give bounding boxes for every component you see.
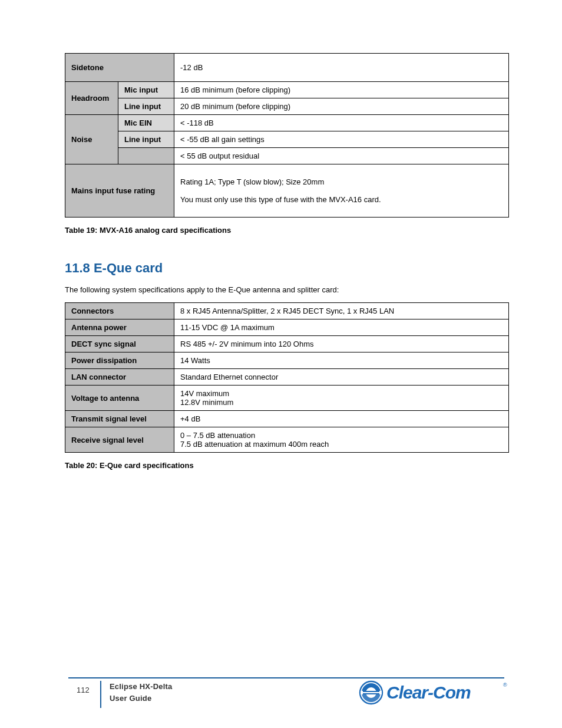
cell-noise-residual-value: < 55 dB output residual [174, 148, 509, 164]
cell-lan-connector-value: Standard Ethernet connector [174, 369, 509, 386]
cell-noise-blank [118, 148, 174, 164]
page-footer: 112 Eclipse HX-Delta User Guide Clear-Co… [0, 677, 562, 711]
caption-table-mvx: Table 19: MVX-A16 analog card specificat… [65, 226, 509, 235]
cell-headroom-line-label: Line input [118, 98, 174, 115]
cell-noise-mic-label: Mic EIN [118, 115, 174, 131]
footer-doc-title: Eclipse HX-Delta [110, 682, 173, 691]
table-mvx-specs: Sidetone -12 dB Headroom Mic input 16 dB… [65, 53, 509, 218]
cell-transmit-level-label: Transmit signal level [65, 411, 174, 427]
cell-headroom-label: Headroom [65, 82, 118, 115]
clear-com-logo: Clear-Com ® [357, 678, 510, 707]
cell-connectors-value: 8 x RJ45 Antenna/Splitter, 2 x RJ45 DECT… [174, 303, 509, 319]
cell-connectors-label: Connectors [65, 303, 174, 319]
cell-fuse-value: Rating 1A; Type T (slow blow); Size 20mm… [174, 164, 509, 218]
section-intro-eque: The following system specifications appl… [65, 285, 509, 294]
footer-rule-vertical [100, 681, 101, 708]
cell-dect-sync-label: DECT sync signal [65, 336, 174, 353]
page-root: Sidetone -12 dB Headroom Mic input 16 dB… [0, 0, 562, 728]
clear-com-logo-svg: Clear-Com ® [357, 678, 510, 707]
cell-noise-line-label: Line input [118, 131, 174, 148]
cell-headroom-mic-value: 16 dB minimum (before clipping) [174, 82, 509, 98]
cell-dect-sync-value: RS 485 +/- 2V minimum into 120 Ohms [174, 336, 509, 353]
cell-headroom-mic-label: Mic input [118, 82, 174, 98]
cell-sidetone-label: Sidetone [65, 54, 174, 82]
cell-power-dissipation-label: Power dissipation [65, 353, 174, 369]
cell-headroom-line-value: 20 dB minimum (before clipping) [174, 98, 509, 115]
cell-power-dissipation-value: 14 Watts [174, 353, 509, 369]
cell-voltage-antenna-value: 14V maximum 12.8V minimum [174, 386, 509, 411]
cell-noise-label: Noise [65, 115, 118, 164]
logo-text: Clear-Com [386, 683, 471, 702]
cell-transmit-level-value: +4 dB [174, 411, 509, 427]
cell-receive-level-value: 0 – 7.5 dB attenuation 7.5 dB attenuatio… [174, 427, 509, 453]
cell-antenna-power-value: 11-15 VDC @ 1A maximum [174, 319, 509, 336]
cell-receive-level-label: Receive signal level [65, 427, 174, 453]
section-title-eque: 11.8 E-Que card [65, 261, 509, 276]
footer-guide-label: User Guide [110, 694, 151, 703]
cell-voltage-antenna-label: Voltage to antenna [65, 386, 174, 411]
page-number: 112 [77, 686, 90, 694]
logo-registered-mark: ® [503, 682, 507, 688]
cell-antenna-power-label: Antenna power [65, 319, 174, 336]
cell-sidetone-value: -12 dB [174, 54, 509, 82]
cell-noise-line-value: < -55 dB all gain settings [174, 131, 509, 148]
cell-fuse-label: Mains input fuse rating [65, 164, 174, 218]
cell-lan-connector-label: LAN connector [65, 369, 174, 386]
cell-noise-mic-value: < -118 dB [174, 115, 509, 131]
caption-table-eque: Table 20: E-Que card specifications [65, 461, 509, 470]
table-eque-specs: Connectors 8 x RJ45 Antenna/Splitter, 2 … [65, 302, 509, 453]
